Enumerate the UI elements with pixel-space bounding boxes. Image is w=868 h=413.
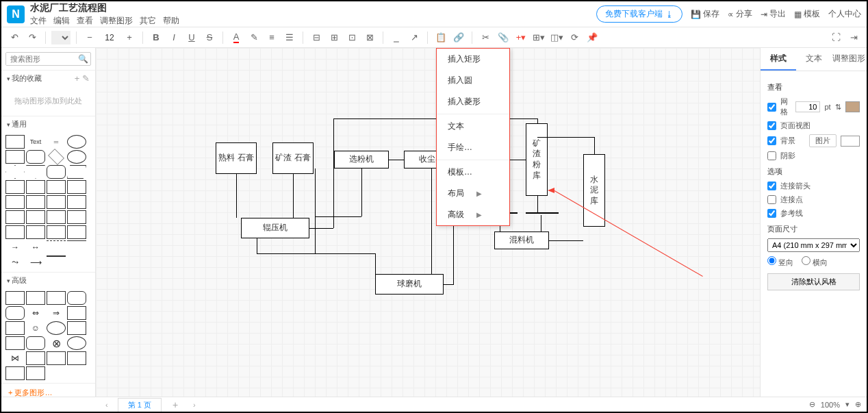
stepper-icon[interactable]: ⇅ xyxy=(835,103,841,112)
pin-button[interactable]: 📌 xyxy=(585,30,600,45)
shape-g10[interactable] xyxy=(26,210,45,224)
zoom-dropdown-icon[interactable]: ▾ xyxy=(845,400,850,409)
shape-g13[interactable] xyxy=(5,225,25,239)
menu-insert-diamond[interactable]: 插入菱形 xyxy=(437,91,509,112)
menu-view[interactable]: 查看 xyxy=(77,15,93,27)
ref4-button[interactable]: ⊠ xyxy=(362,30,377,45)
profile-button[interactable]: 个人中心 xyxy=(828,8,861,20)
shadow-checkbox[interactable] xyxy=(767,151,776,160)
connector1-button[interactable]: ⎯ xyxy=(389,30,404,45)
shape-line[interactable] xyxy=(67,240,86,254)
shape-ellipse[interactable] xyxy=(67,135,86,149)
node-ball-mill[interactable]: 球磨机 xyxy=(375,274,444,295)
portrait-radio[interactable] xyxy=(767,256,776,265)
table-button[interactable]: ⊞▾ xyxy=(531,30,546,45)
shape-a13[interactable] xyxy=(26,351,45,365)
add-favorite-icon[interactable]: + ✎ xyxy=(75,73,90,84)
shape-text[interactable]: Text xyxy=(26,135,45,149)
shape-a5[interactable] xyxy=(5,306,25,320)
highlight-button[interactable]: ✎ xyxy=(246,30,261,45)
shape-arrow-right[interactable]: → xyxy=(5,240,25,254)
next-page-button[interactable]: › xyxy=(189,401,200,409)
tab-adjust[interactable]: 调整图形 xyxy=(831,48,867,71)
shape-g7[interactable] xyxy=(47,195,66,209)
shape-g5[interactable] xyxy=(5,195,25,209)
shape-square[interactable] xyxy=(5,150,25,164)
menu-help[interactable]: 帮助 xyxy=(163,15,179,27)
shape-g8[interactable] xyxy=(67,195,86,209)
tab-style[interactable]: 样式 xyxy=(761,48,796,71)
advanced-header[interactable]: ▾ 高级 xyxy=(1,273,95,288)
download-client-button[interactable]: 免费下载客户端 ⭳ xyxy=(596,5,682,23)
shape-conn1[interactable]: ⤳ xyxy=(5,255,25,269)
shape-a11[interactable] xyxy=(26,336,45,350)
shape-roundrect[interactable] xyxy=(26,150,45,164)
document-title[interactable]: 水泥厂工艺流程图 xyxy=(30,2,179,14)
shape-diamond[interactable] xyxy=(48,149,64,165)
menu-file[interactable]: 文件 xyxy=(30,15,47,27)
shape-a17[interactable] xyxy=(26,366,45,380)
refresh-button[interactable]: ⟳ xyxy=(567,30,582,45)
shape-g11[interactable] xyxy=(47,210,66,224)
crop-button[interactable]: ✂ xyxy=(478,30,493,45)
align-button[interactable]: ≡ xyxy=(264,30,279,45)
menu-template[interactable]: 模板… xyxy=(437,162,509,183)
shape-a1[interactable] xyxy=(5,291,25,305)
portrait-radio-label[interactable]: 竖向 xyxy=(767,256,793,268)
grid-color-swatch[interactable] xyxy=(845,101,860,112)
shape-person[interactable]: ☺ xyxy=(26,321,45,335)
shape-g4[interactable] xyxy=(67,180,86,194)
shape-a7[interactable] xyxy=(5,321,25,335)
shape-thick-line[interactable] xyxy=(47,255,66,269)
shape-g3[interactable] xyxy=(47,180,66,194)
shape-rhombus[interactable] xyxy=(5,165,25,179)
menu-adjust[interactable]: 调整图形 xyxy=(100,15,133,27)
shape-a15[interactable] xyxy=(67,351,86,365)
collapse-right-button[interactable]: ⇥ xyxy=(846,30,861,45)
shape-rect[interactable] xyxy=(5,135,25,149)
shape-label[interactable]: ═ xyxy=(47,135,66,149)
zoom-out-button[interactable]: ⊖ xyxy=(809,400,815,409)
menu-layout[interactable]: 布局▶ xyxy=(437,183,509,204)
layer-button[interactable]: ◫▾ xyxy=(549,30,564,45)
shape-bowtie[interactable]: ⋈ xyxy=(5,351,25,365)
shape-g16[interactable] xyxy=(67,225,86,239)
menu-freehand[interactable]: 手绘… xyxy=(437,137,509,158)
landscape-radio[interactable] xyxy=(802,256,810,265)
menu-advanced[interactable]: 高级▶ xyxy=(437,204,509,225)
shape-a16[interactable] xyxy=(5,366,25,380)
save-button[interactable]: 💾保存 xyxy=(691,8,719,20)
conn-arrow-checkbox[interactable] xyxy=(767,182,776,190)
font-family-select[interactable]: Arial xyxy=(51,31,71,45)
valign-button[interactable]: ☰ xyxy=(282,30,297,45)
zoom-value[interactable]: 100% xyxy=(821,401,840,409)
shape-a6[interactable] xyxy=(67,306,86,320)
node-clinker-gypsum[interactable]: 熟料 石膏 xyxy=(216,142,257,174)
shape-g14[interactable] xyxy=(26,225,45,239)
node-mixer[interactable]: 混料机 xyxy=(494,231,549,249)
bold-button[interactable]: B xyxy=(149,30,164,45)
share-button[interactable]: ∝分享 xyxy=(728,8,752,20)
template-button[interactable]: ▦模板 xyxy=(794,8,820,20)
shape-g9[interactable] xyxy=(5,210,25,224)
font-size-value[interactable]: 12 xyxy=(100,33,119,42)
font-size-inc[interactable]: + xyxy=(122,30,137,45)
shape-g15[interactable] xyxy=(47,225,66,239)
shape-a14[interactable] xyxy=(47,351,66,365)
shape-a3[interactable] xyxy=(47,291,66,305)
background-checkbox[interactable] xyxy=(767,136,776,145)
tab-text[interactable]: 文本 xyxy=(796,48,832,71)
menu-insert-circle[interactable]: 插入圆 xyxy=(437,70,509,91)
attach-button[interactable]: 📎 xyxy=(496,30,511,45)
shape-x[interactable]: ⊗ xyxy=(47,336,66,350)
shape-a10[interactable] xyxy=(5,336,25,350)
page-tab-1[interactable]: 第 1 页 xyxy=(118,398,162,412)
node-classifier[interactable]: 选粉机 xyxy=(334,151,389,168)
shape-a9[interactable] xyxy=(67,321,86,335)
pageview-checkbox[interactable] xyxy=(767,121,776,130)
grid-checkbox[interactable] xyxy=(767,103,776,112)
fullscreen-button[interactable]: ⛶ xyxy=(828,30,843,45)
shape-g1[interactable] xyxy=(5,180,25,194)
shape-a8[interactable] xyxy=(47,321,66,335)
menu-insert-rect[interactable]: 插入矩形 xyxy=(437,49,509,70)
